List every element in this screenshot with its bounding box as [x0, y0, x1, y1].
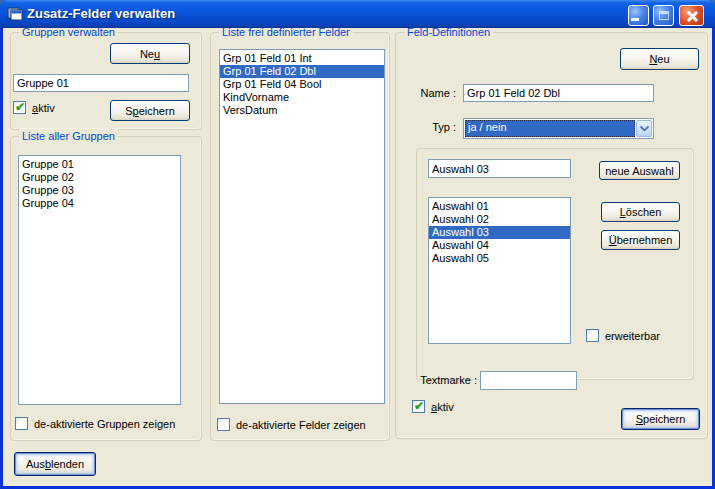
auswahl-listbox[interactable]: Auswahl 01 Auswahl 02 Auswahl 03 Auswahl…	[428, 197, 571, 344]
aktiv-checkbox-field[interactable]: aktiv	[412, 400, 454, 413]
window-title: Zusatz-Felder verwalten	[27, 0, 175, 28]
show-deactivated-fields-checkbox[interactable]: de-aktivierte Felder zeigen	[217, 418, 366, 431]
ausblenden-button[interactable]: Ausblenden	[14, 452, 96, 476]
minimize-button[interactable]	[628, 5, 649, 26]
speichern-button-groups[interactable]: Speichern	[110, 100, 190, 121]
dialog-client-area: Gruppen verwalten Neu aktiv Speichern Li…	[3, 28, 712, 486]
close-icon	[686, 10, 698, 22]
checkbox-label: erweiterbar	[605, 330, 660, 342]
checkbox-box[interactable]	[217, 418, 230, 431]
list-item[interactable]: Auswahl 04	[429, 239, 570, 252]
list-item[interactable]: Gruppe 04	[19, 197, 180, 210]
list-item[interactable]: Gruppe 03	[19, 184, 180, 197]
list-item[interactable]: Gruppe 02	[19, 171, 180, 184]
textmarke-input[interactable]	[480, 371, 577, 390]
close-button[interactable]	[679, 5, 704, 26]
list-item[interactable]: Auswahl 02	[429, 213, 570, 226]
neue-auswahl-button[interactable]: neue Auswahl	[599, 161, 680, 180]
uebernehmen-button[interactable]: Übernehmen	[601, 230, 680, 250]
checkbox-box[interactable]	[13, 101, 26, 114]
erweiterbar-checkbox[interactable]: erweiterbar	[586, 329, 660, 342]
list-item[interactable]: Auswahl 01	[429, 200, 570, 213]
dialog-window: Zusatz-Felder verwalten Gruppen verwalte…	[0, 0, 715, 489]
show-deactivated-groups-checkbox[interactable]: de-aktivierte Gruppen zeigen	[15, 417, 175, 430]
groupbox-title: Liste frei definierter Felder	[219, 28, 353, 39]
group-name-input[interactable]	[13, 74, 189, 92]
typ-selected-value: ja / nein	[465, 120, 635, 137]
name-label: Name :	[408, 87, 456, 99]
maximize-button[interactable]	[653, 5, 674, 26]
checkbox-label: aktiv	[32, 102, 55, 114]
list-item[interactable]: Grp 01 Feld 01 Int	[220, 52, 384, 65]
titlebar[interactable]: Zusatz-Felder verwalten	[0, 0, 715, 28]
list-item[interactable]: Auswahl 05	[429, 252, 570, 265]
list-item[interactable]: KindVorname	[220, 91, 384, 104]
list-item[interactable]: Grp 01 Feld 04 Bool	[220, 78, 384, 91]
checkbox-label: aktiv	[431, 401, 454, 413]
typ-dropdown[interactable]: ja / nein	[463, 118, 654, 139]
checkbox-label: de-aktivierte Felder zeigen	[236, 419, 366, 431]
loeschen-button[interactable]: Löschen	[601, 202, 680, 222]
maximize-icon	[659, 11, 669, 20]
minimize-icon	[631, 18, 639, 21]
groups-listbox[interactable]: Gruppe 01 Gruppe 02 Gruppe 03 Gruppe 04	[18, 155, 181, 405]
neu-button-field[interactable]: Neu	[620, 48, 699, 70]
neu-button-groups[interactable]: Neu	[110, 43, 190, 64]
textmarke-label: Textmarke :	[411, 374, 477, 386]
groupbox-title: Liste aller Gruppen	[19, 129, 118, 143]
field-name-input[interactable]	[463, 84, 654, 102]
speichern-button-field[interactable]: Speichern	[621, 408, 700, 430]
checkbox-box[interactable]	[586, 329, 599, 342]
checkbox-box[interactable]	[15, 417, 28, 430]
auswahl-input[interactable]	[428, 159, 571, 178]
list-item[interactable]: VersDatum	[220, 104, 384, 117]
button-label: Ne	[140, 48, 154, 60]
groupbox-title: Feld-Definitionen	[404, 28, 493, 39]
fields-listbox[interactable]: Grp 01 Feld 01 Int Grp 01 Feld 02 Dbl Gr…	[219, 49, 385, 404]
checkbox-label: de-aktivierte Gruppen zeigen	[34, 418, 175, 430]
typ-label: Typ :	[408, 121, 456, 133]
chevron-down-icon[interactable]	[636, 120, 652, 137]
form-window-icon	[7, 6, 23, 22]
groupbox-title: Gruppen verwalten	[19, 28, 118, 39]
aktiv-checkbox-groups[interactable]: aktiv	[13, 101, 55, 114]
list-item[interactable]: Gruppe 01	[19, 158, 180, 171]
checkbox-box[interactable]	[412, 400, 425, 413]
list-item-selected[interactable]: Grp 01 Feld 02 Dbl	[220, 65, 384, 78]
list-item-selected[interactable]: Auswahl 03	[429, 226, 570, 239]
